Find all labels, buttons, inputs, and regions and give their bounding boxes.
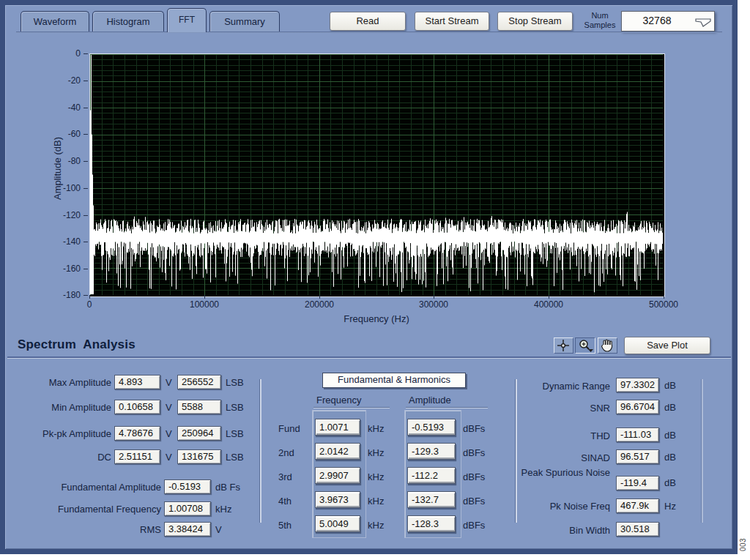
stat-label: Max Amplitude — [21, 377, 111, 388]
y-tick: -100 — [44, 183, 81, 193]
metric-label: SNR — [509, 403, 610, 414]
cursor-tool-icon[interactable] — [554, 337, 573, 354]
fundamental-label: RMS — [21, 524, 161, 535]
amplitude-column-header: Amplitude — [409, 395, 451, 406]
num-samples-value: 32768 — [622, 15, 692, 26]
metric-value: -111.03 — [616, 428, 659, 442]
harmonic-amp: -128.3 — [407, 515, 456, 532]
stat-label: Pk-pk Amplitude — [21, 428, 111, 439]
volts-unit: V — [166, 452, 172, 463]
column-underline — [313, 407, 390, 408]
harmonic-freq: 2.9907 — [315, 467, 360, 484]
fundamental-unit: dB Fs — [215, 482, 240, 493]
fundamental-unit: kHz — [215, 504, 231, 515]
harmonic-amp: -129.3 — [407, 443, 456, 460]
fundamental-label: Fundamental Frequency — [21, 504, 161, 515]
x-tick: 0 — [56, 299, 122, 310]
section-divider — [7, 356, 731, 359]
save-plot-button[interactable]: Save Plot — [624, 337, 710, 354]
fft-plot-canvas[interactable] — [90, 54, 663, 295]
amp-unit: dBFs — [463, 496, 485, 507]
stat-label: Min Amplitude — [21, 402, 111, 413]
amp-unit: dBFs — [463, 423, 485, 434]
metric-label: Pk Noise Freq — [509, 501, 610, 512]
volts-unit: V — [166, 377, 172, 388]
harmonic-name: Fund — [278, 423, 300, 434]
y-tick: -60 — [44, 129, 81, 139]
harmonic-freq: 5.0049 — [315, 515, 360, 532]
freq-unit: kHz — [368, 471, 384, 482]
fundamental-label: Fundamental Amplitude — [21, 482, 161, 493]
y-tick: -160 — [44, 264, 81, 274]
freq-unit: kHz — [368, 423, 384, 434]
stat-label: DC — [21, 452, 111, 463]
harmonic-amp: -0.5193 — [407, 419, 456, 436]
harmonic-name: 3rd — [278, 471, 292, 482]
metric-value: 96.6704 — [616, 400, 659, 414]
tab-waveform[interactable]: Waveform — [21, 11, 89, 31]
freq-unit: kHz — [368, 496, 384, 507]
column-underline — [406, 407, 488, 408]
tab-summary[interactable]: Summary — [209, 11, 280, 31]
metric-label: Dynamic Range — [509, 381, 610, 392]
stat-volts-value: 0.10658 — [114, 400, 160, 414]
metric-value: 96.517 — [616, 449, 659, 464]
amp-unit: dBFs — [463, 471, 485, 482]
pan-tool-icon[interactable] — [598, 337, 617, 354]
stat-volts-value: 2.51151 — [114, 449, 160, 464]
x-tick: 500000 — [631, 299, 697, 310]
metric-unit: dB — [664, 430, 676, 441]
stat-lsb-value: 5588 — [177, 400, 221, 414]
stop-stream-button[interactable]: Stop Stream — [497, 12, 573, 31]
amp-unit: dBFs — [463, 447, 485, 458]
tab-histogram[interactable]: Histogram — [92, 11, 164, 31]
lsb-unit: LSB — [226, 402, 244, 413]
stat-lsb-value: 131675 — [177, 449, 221, 464]
harmonic-freq: 2.0142 — [315, 443, 360, 460]
x-tick: 200000 — [286, 299, 352, 310]
zoom-tool-icon[interactable] — [575, 337, 595, 354]
panel-separator — [701, 379, 703, 523]
fundamental-value: -0.5193 — [164, 479, 211, 494]
harmonic-amp: -132.7 — [407, 491, 456, 508]
metric-value: 30.518 — [616, 522, 659, 537]
tab-fft[interactable]: FFT — [167, 8, 207, 32]
harmonic-freq: 3.9673 — [315, 491, 360, 508]
y-tick: -40 — [44, 102, 81, 113]
start-stream-button[interactable]: Start Stream — [415, 12, 489, 31]
fundamental-value: 1.00708 — [164, 501, 211, 516]
metric-value: 467.9k — [616, 499, 659, 513]
metric-unit: dB — [664, 477, 676, 488]
harmonic-amp: -112.2 — [407, 467, 456, 484]
metric-unit: dB — [664, 380, 676, 391]
metric-unit: dB — [664, 452, 676, 463]
y-tick: 0 — [44, 48, 81, 59]
lsb-unit: LSB — [226, 452, 244, 463]
freq-unit: kHz — [368, 447, 384, 458]
harmonic-name: 2nd — [278, 447, 294, 458]
stat-lsb-value: 256552 — [177, 375, 221, 389]
frequency-column-header: Frequency — [316, 395, 361, 406]
metric-label: Bin Width — [509, 525, 610, 536]
volts-unit: V — [166, 402, 172, 413]
read-button[interactable]: Read — [330, 12, 406, 31]
metric-label: SINAD — [509, 452, 610, 463]
metric-label: Peak Spurious Noise — [509, 467, 610, 478]
stat-volts-value: 4.893 — [114, 375, 160, 389]
amp-unit: dBFs — [463, 520, 485, 531]
y-tick: -80 — [44, 156, 81, 166]
y-tick: -20 — [44, 75, 81, 86]
num-samples-label: Num Samples — [582, 11, 618, 30]
num-samples-dropdown[interactable]: 32768 — [621, 11, 715, 31]
metric-unit: Hz — [664, 501, 676, 512]
fundamental-unit: V — [215, 524, 222, 535]
y-tick: -180 — [44, 290, 81, 300]
metric-unit: dB — [664, 402, 676, 413]
x-tick: 100000 — [171, 299, 237, 310]
volts-unit: V — [166, 428, 172, 439]
stat-lsb-value: 250964 — [177, 426, 221, 441]
lsb-unit: LSB — [226, 428, 244, 439]
y-tick: -140 — [44, 236, 81, 247]
lsb-unit: LSB — [226, 377, 244, 388]
freq-unit: kHz — [368, 520, 384, 531]
